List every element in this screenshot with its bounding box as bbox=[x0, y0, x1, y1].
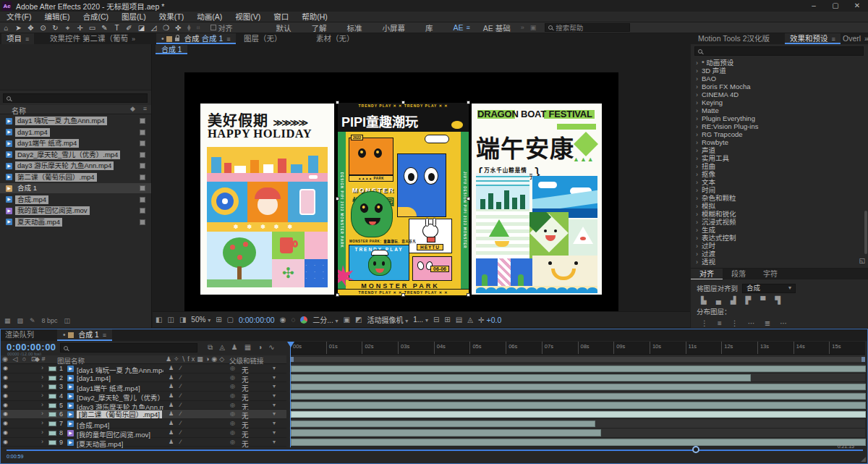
show-snapshot-icon[interactable]: ◌ bbox=[291, 316, 295, 324]
timeline-layer-row[interactable]: ◉ › 6 ▶ [第二课（葡萄乐园）.mp4] ♟ ∕ ◎ 无 ▾ bbox=[1, 410, 286, 419]
effects-category-item[interactable]: ›RG Trapcode bbox=[691, 130, 868, 138]
parent-dropdown-caret[interactable]: ▾ bbox=[273, 420, 276, 426]
bit-depth-label[interactable]: 8 bpc bbox=[42, 317, 58, 324]
rotation-tool-icon[interactable]: ↻ bbox=[49, 22, 61, 33]
draft-3d-icon[interactable]: ◬ bbox=[219, 343, 225, 352]
pickwhip-icon[interactable]: ◎ bbox=[230, 402, 235, 408]
label-color-chip[interactable] bbox=[140, 118, 145, 124]
label-color-chip[interactable] bbox=[140, 152, 145, 158]
eye-icon[interactable]: ◉ bbox=[3, 402, 8, 408]
layer-bar-row[interactable] bbox=[290, 364, 865, 374]
layer-color-swatch[interactable] bbox=[48, 431, 56, 436]
composition-stage[interactable]: 美好假期 ≫≫≫≫ HAPPY HOLIDAY bbox=[184, 72, 618, 311]
tab-overflow-icon[interactable]: » bbox=[859, 33, 868, 44]
chevron-right-icon[interactable]: › bbox=[696, 155, 698, 162]
workspace-current[interactable]: AE bbox=[443, 23, 467, 32]
pickwhip-icon[interactable]: ◎ bbox=[230, 420, 235, 426]
align-top-icon[interactable]: ▛ bbox=[746, 296, 752, 304]
mask-visibility-icon[interactable]: ▢ bbox=[227, 316, 234, 324]
layer-bar-row[interactable] bbox=[290, 401, 865, 410]
tab-motion-tools[interactable]: Motion Tools 2汉化版 bbox=[693, 33, 775, 44]
effects-category-item[interactable]: ›抠像 bbox=[691, 170, 868, 178]
layer-color-swatch[interactable] bbox=[48, 376, 56, 381]
align-left-icon[interactable]: ▙ bbox=[701, 296, 707, 304]
timeline-layer-row[interactable]: ◉ › 9 ▶ [夏天动画.mp4] ♟ ∕ ◎ 无 ▾ bbox=[1, 438, 286, 447]
type-tool-icon[interactable]: T bbox=[111, 22, 123, 33]
tab-character[interactable]: 字符 bbox=[754, 269, 786, 279]
layer-color-swatch[interactable] bbox=[48, 440, 56, 445]
effects-category-item[interactable]: ›* 动画预设 bbox=[691, 59, 868, 67]
primary-viewer-icon[interactable]: ◫ bbox=[167, 316, 174, 324]
chevron-right-icon[interactable]: › bbox=[696, 258, 698, 266]
selection-handle[interactable] bbox=[336, 101, 339, 104]
effects-search-input[interactable] bbox=[694, 46, 864, 56]
pickwhip-icon[interactable]: ◎ bbox=[230, 392, 235, 399]
expand-chevron-icon[interactable]: › bbox=[41, 374, 43, 381]
chevron-right-icon[interactable]: › bbox=[696, 171, 698, 178]
timeline-layer-row[interactable]: ◉ › 5 ▶ [day3 游乐摩天轮 九鱼Ann.mp4] ♟ ∕ ◎ 无 ▾ bbox=[1, 401, 286, 410]
chevron-right-icon[interactable]: › bbox=[696, 67, 698, 75]
playhead-line[interactable] bbox=[290, 342, 291, 447]
layer-duration-bar[interactable] bbox=[291, 366, 866, 373]
eraser-tool-icon[interactable]: ◿ bbox=[148, 22, 160, 33]
eye-icon[interactable]: ◉ bbox=[3, 429, 8, 436]
effects-category-item[interactable]: ›杂色和颗粒 bbox=[691, 194, 868, 202]
timeline-layer-row[interactable]: ◉ › 7 ▶ [合成.mp4] ♟ ∕ ◎ 无 ▾ bbox=[1, 419, 286, 429]
home-icon[interactable]: ⌂ bbox=[0, 22, 12, 33]
tab-effect-controls[interactable]: 效果控件 第二课（葡萄» bbox=[45, 33, 140, 44]
parent-dropdown-caret[interactable]: ▾ bbox=[273, 410, 276, 417]
workspace-item[interactable]: 库 bbox=[415, 22, 443, 33]
effects-category-item[interactable]: ›时间 bbox=[691, 186, 868, 194]
effects-category-item[interactable]: ›生成 bbox=[691, 226, 868, 234]
chevron-right-icon[interactable]: › bbox=[696, 242, 698, 250]
effects-category-item[interactable]: ›实用工具 bbox=[691, 154, 868, 162]
chevron-right-icon[interactable]: › bbox=[696, 75, 698, 83]
parent-dropdown-caret[interactable]: ▾ bbox=[273, 392, 276, 399]
timeline-link-icon[interactable]: ▤ bbox=[456, 316, 462, 324]
label-color-chip[interactable] bbox=[140, 219, 145, 225]
quality-switch-icon[interactable]: ∕ bbox=[180, 374, 181, 381]
effects-category-item[interactable]: ›Matte bbox=[691, 106, 868, 114]
chevron-right-icon[interactable]: › bbox=[696, 250, 698, 258]
menu-item[interactable]: 视图(V) bbox=[229, 12, 267, 22]
expand-chevron-icon[interactable]: › bbox=[41, 364, 43, 371]
project-item-row[interactable]: ▶ 夏天动画.mp4 bbox=[0, 217, 151, 227]
mini-flowchart-icon[interactable]: ⧉ bbox=[208, 343, 213, 352]
workspace-item[interactable]: 了解 bbox=[302, 22, 337, 33]
clone-stamp-tool-icon[interactable]: ◪ bbox=[135, 22, 148, 33]
layer-color-swatch[interactable] bbox=[48, 403, 56, 408]
graph-editor-icon[interactable]: ∿ bbox=[268, 343, 274, 352]
pickwhip-icon[interactable]: ◎ bbox=[230, 410, 235, 417]
effects-category-item[interactable]: ›透视 bbox=[691, 258, 868, 266]
chevron-right-icon[interactable]: › bbox=[696, 227, 698, 234]
layer-bar-row[interactable] bbox=[290, 374, 865, 383]
chevron-right-icon[interactable]: › bbox=[696, 107, 698, 114]
distribute-bottom-icon[interactable]: ⋮ bbox=[731, 319, 739, 327]
resolution-dropdown[interactable]: 二分... ▾ bbox=[312, 314, 338, 325]
minimize-button[interactable]: – bbox=[803, 0, 825, 12]
grid-guides-icon[interactable]: ⊞ bbox=[216, 316, 221, 324]
timeline-layer-row[interactable]: ◉ › 3 ▶ [day1端午 纸鸢.mp4] ♟ ∕ ◎ 无 ▾ bbox=[1, 382, 286, 392]
effects-category-item[interactable]: ›过渡 bbox=[691, 250, 868, 258]
parent-dropdown-caret[interactable]: ▾ bbox=[273, 402, 276, 408]
align-bottom-icon[interactable]: ▜ bbox=[775, 296, 780, 304]
frame-blending-icon[interactable]: ▦ bbox=[244, 343, 251, 352]
layer-color-swatch[interactable] bbox=[48, 421, 56, 426]
effects-category-item[interactable]: ›BAO bbox=[691, 75, 868, 83]
menu-item[interactable]: 合成(C) bbox=[76, 12, 115, 22]
hide-shy-icon[interactable]: ♟ bbox=[231, 343, 238, 352]
chevron-right-icon[interactable]: › bbox=[696, 203, 698, 210]
effects-category-item[interactable]: ›模拟 bbox=[691, 202, 868, 210]
project-item-row[interactable]: ▶ day1 嗨玩一夏 九鱼Ann.mp4 bbox=[0, 116, 151, 126]
chevron-right-icon[interactable]: › bbox=[696, 187, 698, 194]
project-item-row[interactable]: ▶ 第二课（葡萄乐园）.mp4 bbox=[0, 172, 151, 182]
viewer-timecode[interactable]: 0:00:00:00 bbox=[239, 316, 275, 324]
timeline-layer-row[interactable]: ◉ › 1 ▶ [day1 嗨玩一夏 九鱼Ann.mp4] ♟ ∕ ◎ 无 ▾ bbox=[1, 364, 286, 374]
workspace-item[interactable]: 小屏幕 bbox=[373, 22, 416, 33]
camera-tool-icon[interactable]: ⌖ bbox=[61, 22, 74, 33]
poster-pipi-monster-park[interactable]: TRENDY PLAY ✕ ✕ TRENDY PLAY ✕ ✕ PIPI童趣潮玩… bbox=[338, 103, 469, 295]
chevron-right-icon[interactable]: › bbox=[696, 99, 698, 106]
help-search-input[interactable]: 搜索帮助 bbox=[545, 23, 630, 32]
selection-handle[interactable] bbox=[467, 197, 470, 201]
chevron-right-icon[interactable]: › bbox=[696, 91, 698, 98]
